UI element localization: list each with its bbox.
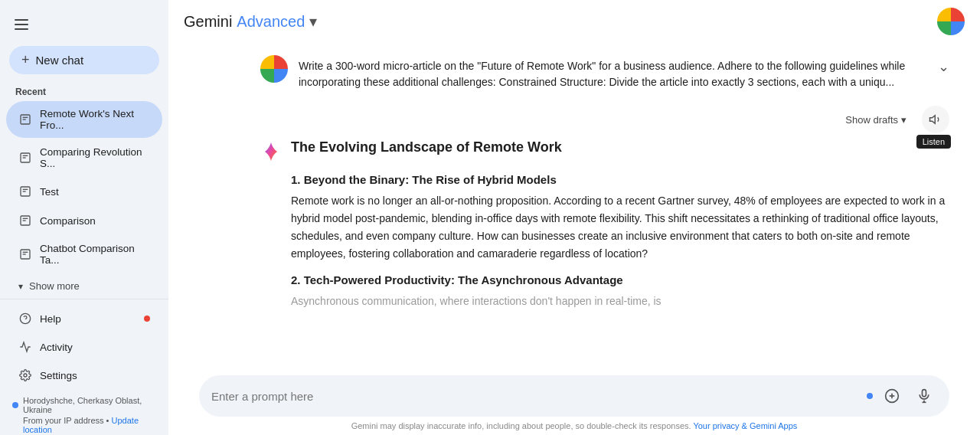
help-label: Help [40, 313, 61, 325]
settings-label: Settings [40, 370, 77, 381]
speaker-icon [929, 113, 942, 126]
chat-icon-2 [18, 151, 32, 165]
section2-text-faded: Asynchronous communication, where intera… [291, 293, 949, 310]
chat-icon-5 [18, 247, 32, 261]
sidebar-item-settings[interactable]: Settings [6, 361, 162, 389]
help-icon [18, 312, 32, 325]
sidebar-item-comparing[interactable]: Comparing Revolution S... [6, 139, 162, 176]
advanced-word: Advanced [237, 13, 305, 31]
user-message-text: Write a 300-word micro-article on the "F… [299, 55, 927, 90]
microphone-button[interactable] [911, 383, 937, 409]
user-message: Write a 300-word micro-article on the "F… [260, 55, 949, 90]
microphone-icon [916, 388, 932, 404]
svg-point-17 [24, 374, 27, 377]
recent-section-label: Recent [0, 77, 168, 100]
footer-text: Gemini may display inaccurate info, incl… [351, 421, 691, 430]
input-bar-container: Gemini may display inaccurate info, incl… [168, 368, 980, 435]
chat-icon [18, 113, 32, 126]
section2-heading: 2. Tech-Powered Productivity: The Asynch… [291, 273, 949, 286]
ip-text: From your IP address [23, 416, 104, 425]
bottom-nav: Help Activity Settings Horody [0, 299, 168, 435]
sidebar-item-chatbot-label: Chatbot Comparison Ta... [40, 243, 150, 266]
sidebar-item-comparison[interactable]: Comparison [6, 207, 162, 234]
hamburger-menu-icon[interactable] [9, 12, 34, 37]
sidebar-item-test[interactable]: Test [6, 178, 162, 205]
chevron-down-icon: ▾ [901, 114, 906, 126]
footer-privacy-link[interactable]: Your privacy & Gemini Apps [693, 421, 797, 430]
sidebar-item-help[interactable]: Help [6, 305, 162, 332]
user-avatar-chat [260, 55, 288, 83]
sidebar-item-remote-work-label: Remote Work's Next Fro... [40, 108, 150, 131]
sidebar: + New chat Recent Remote Work's Next Fro… [0, 0, 168, 435]
sidebar-item-comparing-label: Comparing Revolution S... [40, 146, 150, 169]
input-dot-icon [867, 393, 873, 399]
section1-heading: 1. Beyond the Binary: The Rise of Hybrid… [291, 173, 949, 186]
new-chat-button[interactable]: + New chat [9, 46, 159, 74]
location-info: Horodyshche, Cherkasy Oblast, Ukraine Fr… [0, 390, 168, 435]
chat-icon-4 [18, 214, 32, 227]
plus-circle-icon [884, 388, 900, 404]
svg-rect-22 [923, 390, 926, 397]
notification-dot [144, 316, 150, 322]
sidebar-item-chatbot[interactable]: Chatbot Comparison Ta... [6, 236, 162, 273]
title-dropdown-icon[interactable]: ▾ [309, 12, 317, 31]
sidebar-item-comparison-label: Comparison [40, 215, 96, 227]
message-actions: Show drafts ▾ Listen [260, 106, 949, 133]
main-header: Gemini Advanced ▾ [168, 0, 980, 43]
response-title: The Evolving Landscape of Remote Work [291, 139, 949, 155]
plus-icon: + [21, 52, 30, 68]
svg-marker-18 [930, 116, 936, 124]
input-footer: Gemini may display inaccurate info, incl… [199, 421, 949, 430]
location-text: Horodyshche, Cherkasy Oblast, Ukraine [23, 396, 156, 414]
new-chat-label: New chat [36, 54, 84, 67]
listen-tooltip: Listen [916, 135, 951, 149]
gemini-word: Gemini [184, 13, 232, 31]
activity-label: Activity [40, 342, 73, 353]
sidebar-item-activity[interactable]: Activity [6, 333, 162, 361]
response-header: The Evolving Landscape of Remote Work [260, 139, 949, 162]
listen-button[interactable] [922, 106, 949, 133]
chevron-up-icon[interactable]: ⌄ [938, 58, 949, 75]
listen-container: Listen [922, 106, 949, 133]
sidebar-top [0, 6, 168, 43]
add-attachment-button[interactable] [879, 383, 905, 409]
chevron-down-icon: ▾ [18, 281, 23, 292]
section1-text: Remote work is no longer an all-or-nothi… [291, 192, 949, 263]
sidebar-item-test-label: Test [40, 186, 59, 198]
show-more-button[interactable]: ▾ Show more [6, 274, 162, 298]
show-more-label: Show more [29, 280, 80, 292]
chat-icon-3 [18, 185, 32, 198]
location-dot-icon [12, 402, 18, 408]
settings-icon [18, 368, 32, 382]
response-block: The Evolving Landscape of Remote Work 1.… [260, 139, 949, 310]
show-drafts-label: Show drafts [845, 114, 898, 126]
show-drafts-button[interactable]: Show drafts ▾ [839, 111, 913, 129]
app-title: Gemini Advanced ▾ [184, 12, 317, 31]
sidebar-item-remote-work[interactable]: Remote Work's Next Fro... [6, 101, 162, 138]
gemini-star-icon [260, 141, 282, 162]
prompt-input[interactable] [211, 390, 861, 403]
user-avatar[interactable] [937, 8, 965, 35]
main-content: Gemini Advanced ▾ Write a 300-word micro… [168, 0, 980, 435]
activity-icon [18, 340, 32, 354]
input-bar [199, 375, 949, 417]
chat-area: Write a 300-word micro-article on the "F… [168, 43, 980, 368]
